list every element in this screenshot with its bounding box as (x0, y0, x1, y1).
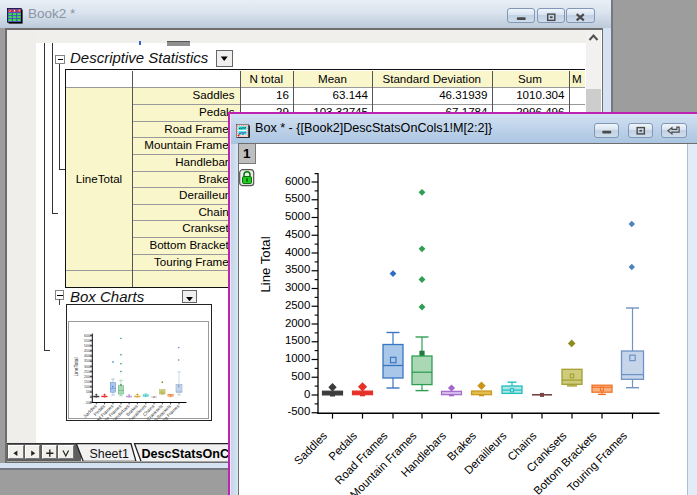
svg-text:500: 500 (291, 370, 310, 382)
svg-text:5500: 5500 (285, 192, 310, 204)
svg-text:6000: 6000 (84, 334, 92, 338)
svg-text:5500: 5500 (84, 339, 92, 343)
svg-text:1500: 1500 (84, 380, 92, 384)
svg-text:LineTotal: LineTotal (74, 357, 79, 376)
svg-text:1500: 1500 (285, 334, 310, 346)
svg-text:1000: 1000 (285, 352, 310, 364)
svg-text:4500: 4500 (84, 349, 92, 353)
svg-text:1000: 1000 (84, 385, 92, 389)
svg-text:DescStatsOnCols1: DescStatsOnCols1 (142, 447, 229, 461)
svg-text:5000: 5000 (84, 344, 92, 348)
svg-text:6000: 6000 (285, 175, 310, 187)
svg-text:2000: 2000 (285, 317, 310, 329)
svg-text:Sheet1: Sheet1 (90, 447, 129, 461)
svg-text:4000: 4000 (84, 354, 92, 358)
svg-text:Line Total: Line Total (258, 236, 273, 292)
svg-text:-500: -500 (85, 401, 92, 405)
svg-text:3500: 3500 (285, 263, 310, 275)
svg-text:4500: 4500 (285, 228, 310, 240)
svg-text:3000: 3000 (285, 281, 310, 293)
svg-text:2500: 2500 (285, 299, 310, 311)
svg-text:5000: 5000 (285, 210, 310, 222)
svg-text:-500: -500 (287, 405, 310, 417)
svg-text:2500: 2500 (84, 370, 92, 374)
svg-text:4000: 4000 (285, 246, 310, 258)
svg-text:3000: 3000 (84, 365, 92, 369)
svg-text:0: 0 (90, 395, 92, 399)
svg-text:0: 0 (304, 388, 310, 400)
svg-text:Saddles: Saddles (292, 429, 330, 467)
svg-text:2000: 2000 (84, 375, 92, 379)
svg-text:500: 500 (86, 390, 92, 394)
svg-text:3500: 3500 (84, 359, 92, 363)
